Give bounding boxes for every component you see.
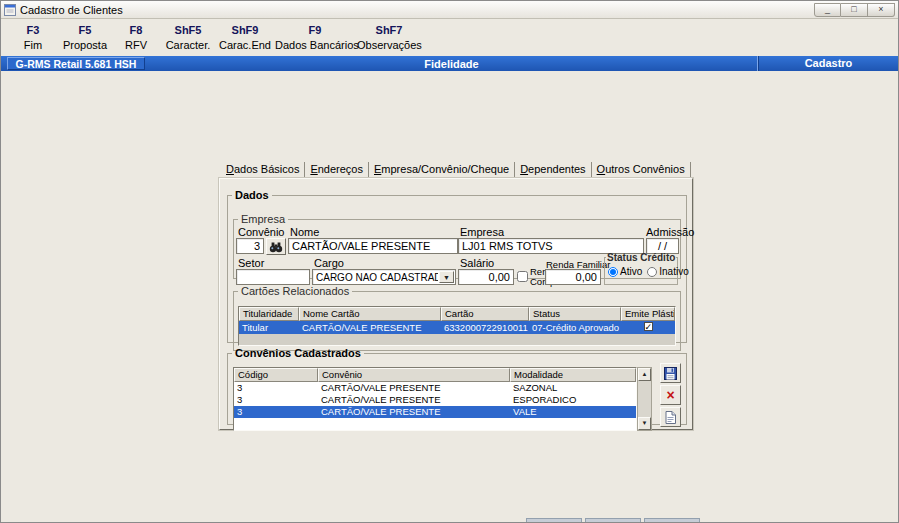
- empresa-groupbox: Empresa Convênio Nome Empresa Admissão: [233, 213, 681, 279]
- empresa-label: Empresa: [460, 227, 504, 238]
- toolbar-item-caracend[interactable]: ShF9 Carac.End: [217, 22, 273, 56]
- toolbar-item-caracter[interactable]: ShF5 Caracter.: [161, 22, 215, 56]
- cartoes-header-row: Titularidade Nome Cartão Cartão Status E…: [239, 307, 675, 321]
- convenios-table: Código Convênio Modalidade 3 CARTÃO/VALE…: [233, 367, 637, 431]
- client-area: Dados Básicos Endereços Empresa/Convênio…: [1, 71, 898, 522]
- binoculars-icon: [269, 241, 283, 253]
- close-button[interactable]: ×: [868, 3, 895, 17]
- toolbar-key: ShF5: [161, 22, 215, 38]
- scroll-down-icon[interactable]: ▼: [638, 417, 651, 430]
- salario-input[interactable]: [458, 269, 514, 285]
- toolbar-item-observacoes[interactable]: ShF7 Observações: [357, 22, 421, 56]
- cell-modalidade: ESPORADICO: [510, 394, 636, 406]
- cell-titularidade: Titular: [239, 321, 299, 334]
- column-header-nome-cartao[interactable]: Nome Cartão: [299, 307, 441, 321]
- dados-groupbox: Dados Empresa Convênio Nome Empresa Admi…: [227, 189, 687, 343]
- cell-cartao: 6332000722910011: [441, 321, 529, 334]
- mode-label: Cadastro: [758, 56, 898, 71]
- cargo-combobox[interactable]: CARGO NAO CADASTRADO ▼: [312, 269, 456, 285]
- taskbar-peek-item[interactable]: [644, 518, 700, 522]
- renda-familiar-input[interactable]: [545, 269, 601, 285]
- empresa-group-title: Empresa: [238, 213, 288, 225]
- cell-codigo: 3: [234, 394, 318, 406]
- minimize-button[interactable]: _: [814, 3, 841, 17]
- convenios-cadastrados-groupbox: Convênios Cadastrados Código Convênio Mo…: [227, 347, 687, 425]
- column-header-cartao[interactable]: Cartão: [441, 307, 529, 321]
- emite-plastico-checkbox[interactable]: [644, 322, 653, 331]
- column-header-emite-plastico[interactable]: Emite Plástico: [621, 307, 675, 321]
- cartoes-table-row[interactable]: Titular CARTÃO/VALE PRESENTE 63320007229…: [239, 321, 675, 334]
- toolbar-label: Dados Bancários: [275, 38, 355, 53]
- new-document-button[interactable]: [660, 407, 681, 427]
- cell-codigo: 3: [234, 406, 318, 418]
- app-icon: [4, 4, 16, 16]
- taskbar-peek-item[interactable]: [585, 518, 641, 522]
- toolbar-key: F9: [275, 22, 355, 38]
- cell-modalidade: SAZONAL: [510, 382, 636, 394]
- titlebar: Cadastro de Clientes _ □ ×: [1, 1, 898, 19]
- cell-codigo: 3: [234, 382, 318, 394]
- column-header-modalidade[interactable]: Modalidade: [510, 368, 636, 382]
- toolbar-item-fim[interactable]: F3 Fim: [9, 22, 57, 56]
- convenio-label: Convênio: [238, 227, 284, 238]
- cargo-label: Cargo: [314, 258, 344, 269]
- scroll-up-icon[interactable]: ▲: [638, 368, 651, 381]
- setor-input[interactable]: [236, 269, 310, 285]
- vertical-scrollbar[interactable]: ▲ ▼: [637, 367, 652, 431]
- cargo-value: CARGO NAO CADASTRADO: [316, 271, 438, 284]
- column-header-convenio[interactable]: Convênio: [318, 368, 510, 382]
- toolbar-label: Proposta: [59, 38, 111, 53]
- version-label: G-RMS Retail 5.681 HSH: [7, 57, 145, 70]
- document-icon: [665, 411, 676, 424]
- cartoes-group-title: Cartões Relacionados: [238, 285, 352, 297]
- status-credito-options: AtivoInativo: [608, 266, 689, 277]
- tab-outros-convenios[interactable]: Outros Convênios: [592, 162, 691, 178]
- tab-empresa-convenio-cheque[interactable]: Empresa/Convênio/Cheque: [369, 162, 515, 178]
- toolbar-item-dados-bancarios[interactable]: F9 Dados Bancários: [275, 22, 355, 56]
- search-button[interactable]: [266, 238, 286, 255]
- taskbar-peek-item[interactable]: [526, 518, 582, 522]
- module-label: Fidelidade: [145, 58, 758, 70]
- tab-dependentes[interactable]: Dependentes: [515, 162, 591, 178]
- toolbar-label: Caracter.: [161, 38, 215, 53]
- cell-convenio: CARTÃO/VALE PRESENTE: [318, 382, 510, 394]
- tab-enderecos[interactable]: Endereços: [305, 162, 369, 178]
- save-button[interactable]: [660, 363, 681, 383]
- cartoes-relacionados-groupbox: Cartões Relacionados Titularidade Nome C…: [233, 285, 681, 351]
- taskbar-sliver: [526, 518, 700, 522]
- status-inativo-radio[interactable]: [647, 267, 657, 277]
- toolbar-item-proposta[interactable]: F5 Proposta: [59, 22, 111, 56]
- convenios-group-title: Convênios Cadastrados: [232, 347, 364, 359]
- convenio-input[interactable]: [236, 238, 264, 254]
- status-ativo-radio[interactable]: [608, 267, 618, 277]
- toolbar-item-rfv[interactable]: F8 RFV: [113, 22, 159, 56]
- status-ativo-option[interactable]: Ativo: [608, 266, 642, 277]
- function-toolbar: F3 Fim F5 Proposta F8 RFV ShF5 Caracter.…: [1, 19, 898, 56]
- tab-panel: Dados Básicos Endereços Empresa/Convênio…: [219, 161, 693, 430]
- setor-label: Setor: [238, 258, 264, 269]
- status-credito-groupbox: Status Crédito AtivoInativo: [604, 252, 678, 285]
- column-header-titularidade[interactable]: Titularidade: [239, 307, 299, 321]
- column-header-codigo[interactable]: Código: [234, 368, 318, 382]
- status-inativo-option[interactable]: Inativo: [647, 266, 688, 277]
- dados-group-title: Dados: [232, 189, 272, 201]
- column-header-status[interactable]: Status: [529, 307, 621, 321]
- cell-status: 07-Crédito Aprovado: [529, 321, 621, 334]
- convenios-table-row-selected[interactable]: 3 CARTÃO/VALE PRESENTE VALE: [234, 406, 636, 418]
- convenios-table-row[interactable]: 3 CARTÃO/VALE PRESENTE SAZONAL: [234, 382, 636, 394]
- cell-convenio: CARTÃO/VALE PRESENTE: [318, 406, 510, 418]
- toolbar-key: F5: [59, 22, 111, 38]
- salario-label: Salário: [460, 258, 494, 269]
- toolbar-key: ShF7: [357, 22, 421, 38]
- toolbar-key: F8: [113, 22, 159, 38]
- delete-button[interactable]: ×: [660, 385, 681, 405]
- status-inativo-label: Inativo: [659, 266, 688, 277]
- maximize-button[interactable]: □: [841, 3, 868, 17]
- tab-dados-basicos[interactable]: Dados Básicos: [221, 162, 305, 178]
- convenios-table-row[interactable]: 3 CARTÃO/VALE PRESENTE ESPORADICO: [234, 394, 636, 406]
- nome-input[interactable]: [288, 238, 458, 254]
- toolbar-label: Fim: [9, 38, 57, 53]
- cartoes-table: Titularidade Nome Cartão Cartão Status E…: [238, 306, 676, 346]
- chevron-down-icon[interactable]: ▼: [439, 271, 454, 283]
- renda-compr-checkbox[interactable]: [517, 271, 528, 282]
